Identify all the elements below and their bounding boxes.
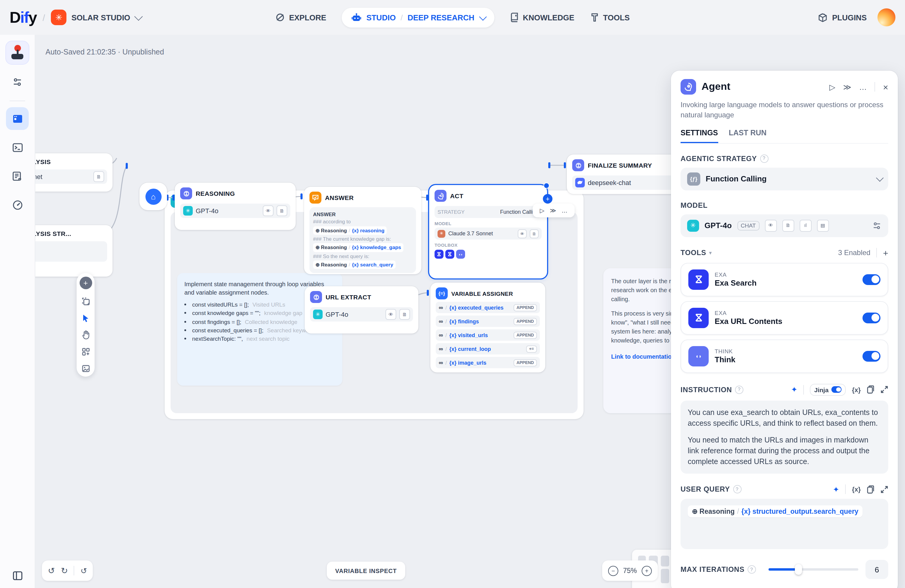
file-icon[interactable]: 🗎 (530, 229, 539, 238)
tool-card-exa-search[interactable]: EXA Exa Search (681, 263, 888, 296)
workspace-switcher[interactable]: ✳ SOLAR STUDIO (51, 10, 140, 25)
tool-toggle[interactable] (862, 313, 880, 323)
sidebar-item-logs[interactable] (6, 165, 29, 188)
caret-down-icon[interactable]: ▾ (709, 250, 712, 256)
exa-contents-icon[interactable] (445, 250, 454, 259)
node-variable-assigner[interactable]: {=} VARIABLE ASSIGNER ∞/{x} executed_que… (430, 283, 545, 372)
node-loop-start[interactable]: ⌂ (140, 183, 167, 210)
close-icon[interactable]: × (883, 82, 888, 92)
expand-icon[interactable] (880, 486, 888, 493)
help-icon[interactable]: ? (760, 154, 768, 163)
max-iterations-value[interactable]: 6 (865, 560, 888, 579)
model-params-icon[interactable] (872, 221, 882, 230)
vision-icon[interactable]: 👁 (518, 229, 527, 238)
node-reasoning[interactable]: REASONING ✳ GPT-4o 👁 🗎 (175, 183, 296, 230)
more-options-icon[interactable]: … (859, 82, 867, 91)
copy-icon[interactable] (867, 485, 875, 494)
tools-label: TOOLS▾ (681, 249, 712, 257)
nav-item-explore[interactable]: EXPLORE (275, 13, 326, 22)
run-from-here-icon[interactable]: ≫ (550, 207, 556, 214)
tool-toggle[interactable] (862, 351, 880, 362)
zoom-out-icon[interactable]: − (608, 566, 618, 576)
add-note-icon[interactable] (81, 297, 90, 306)
agentic-strategy-select[interactable]: {ƒ} Function Calling (681, 168, 888, 191)
tab-settings[interactable]: SETTINGS (681, 129, 718, 143)
node-act[interactable]: ACT STRATEGY Function Calling MODEL ✳ Cl… (429, 185, 547, 278)
insert-variable-icon[interactable]: {x} (852, 386, 861, 393)
tool-card-think[interactable]: ◖◗ THINK Think (681, 340, 888, 373)
insert-variable-icon[interactable]: {x} (852, 486, 861, 493)
answer-preview: ANSWER ### according to ⊕Reasoning/{x} r… (310, 207, 416, 273)
hand-icon[interactable] (81, 331, 90, 340)
image-icon[interactable] (81, 364, 90, 373)
file-icon[interactable]: 🗎 (399, 309, 410, 320)
node-url-extract[interactable]: URL EXTRACT ✳ GPT-4o 👁 🗎 (305, 286, 418, 334)
file-icon[interactable]: 🗎 (276, 205, 287, 216)
dify-logo[interactable]: Dify (10, 8, 37, 27)
sidebar-item-settings-sliders[interactable] (6, 71, 29, 94)
next-step-add-button[interactable]: + (543, 194, 553, 203)
max-iterations-slider[interactable] (768, 569, 858, 571)
exa-search-icon[interactable] (435, 250, 443, 259)
chat-badge: CHAT (737, 221, 759, 230)
export-dsl-icon[interactable] (81, 347, 90, 356)
add-tool-icon[interactable]: + (883, 248, 888, 258)
zoom-level[interactable]: 75% (623, 567, 637, 574)
file-icon[interactable]: 🗎 (94, 171, 104, 182)
slider-thumb[interactable] (795, 564, 802, 575)
variable-inspect-button[interactable]: VARIABLE INSPECT (327, 562, 405, 580)
redo-icon[interactable]: ↻ (61, 566, 68, 575)
label-text: USER QUERY (681, 485, 730, 494)
toolbox-label: TOOLBOX (435, 243, 542, 248)
change-history-icon[interactable]: ↺ (81, 566, 87, 575)
tool-card-exa-url-contents[interactable]: EXA Exa URL Contents (681, 301, 888, 335)
sidebar-item-orchestrate[interactable] (6, 107, 29, 130)
panel-title[interactable]: Agent (702, 81, 824, 93)
vision-icon[interactable]: 👁 (386, 309, 396, 320)
note-code: const executed_queries = []; (192, 327, 264, 334)
run-icon[interactable]: ▷ (829, 82, 835, 91)
nav-item-knowledge[interactable]: KNOWLEDGE (510, 13, 574, 22)
variable-pill[interactable]: ⊕Reasoning / {x} structured_output.searc… (688, 506, 862, 518)
slash: / (349, 227, 350, 234)
think-icon[interactable]: ◖◗ (456, 250, 465, 259)
vision-icon[interactable]: 👁 (263, 205, 273, 216)
help-icon[interactable]: ? (733, 485, 741, 494)
instruction-editor[interactable]: You can use exa_search to obtain URLs, e… (681, 400, 888, 474)
help-icon[interactable]: ? (735, 386, 743, 394)
help-icon[interactable]: ? (748, 566, 756, 574)
generate-icon[interactable]: ✦ (833, 485, 840, 494)
tool-toggle[interactable] (862, 274, 880, 285)
sidebar-item-api[interactable] (6, 136, 29, 159)
model-chip[interactable]: ✳ Claude 3.7 Sonnet 👁 🗎 (435, 227, 542, 240)
run-all-icon[interactable]: ≫ (843, 82, 851, 91)
run-node-icon[interactable]: ▷ (540, 207, 545, 214)
nav-item-studio[interactable]: STUDIO / DEEP RESEARCH (342, 8, 494, 27)
user-avatar[interactable] (878, 8, 895, 26)
expand-icon[interactable] (880, 386, 888, 394)
zoom-in-icon[interactable]: + (641, 566, 652, 576)
sidebar-collapse[interactable] (0, 571, 35, 581)
user-query-editor[interactable]: ⊕Reasoning / {x} structured_output.searc… (681, 499, 888, 549)
documentation-link[interactable]: Link to documentation (611, 353, 675, 360)
jinja-toggle[interactable]: Jinja (810, 384, 846, 396)
app-icon-joystick[interactable] (5, 41, 29, 65)
node-answer[interactable]: ANSWER ANSWER ### according to ⊕Reasonin… (304, 187, 421, 274)
llm-icon (310, 291, 322, 303)
nav-item-tools[interactable]: TOOLS (590, 13, 630, 22)
copy-icon[interactable] (867, 385, 875, 394)
tab-last-run[interactable]: LAST RUN (729, 129, 767, 143)
add-node-button[interactable]: + (79, 277, 92, 289)
generate-icon[interactable]: ✦ (791, 385, 797, 394)
nav-item-plugins[interactable]: PLUGINS (818, 12, 867, 22)
pointer-cursor-icon[interactable] (81, 314, 90, 323)
more-options-icon[interactable]: … (561, 207, 567, 214)
undo-icon[interactable]: ↺ (48, 566, 55, 575)
model-chip[interactable]: ✳ GPT-4o 👁 🗎 (180, 203, 290, 218)
openai-glyph: ✳ (316, 311, 320, 317)
sidebar-item-monitoring[interactable] (6, 194, 29, 216)
model-chip[interactable]: ✳ GPT-4o 👁 🗎 (310, 307, 413, 321)
answer-line: ### The current knowledge gap is: (313, 235, 413, 243)
model-select[interactable]: ✳ GPT-4o CHAT 👁 🗎 ıl ▤ (681, 215, 888, 237)
think-glyph: ◖◗ (695, 353, 702, 359)
